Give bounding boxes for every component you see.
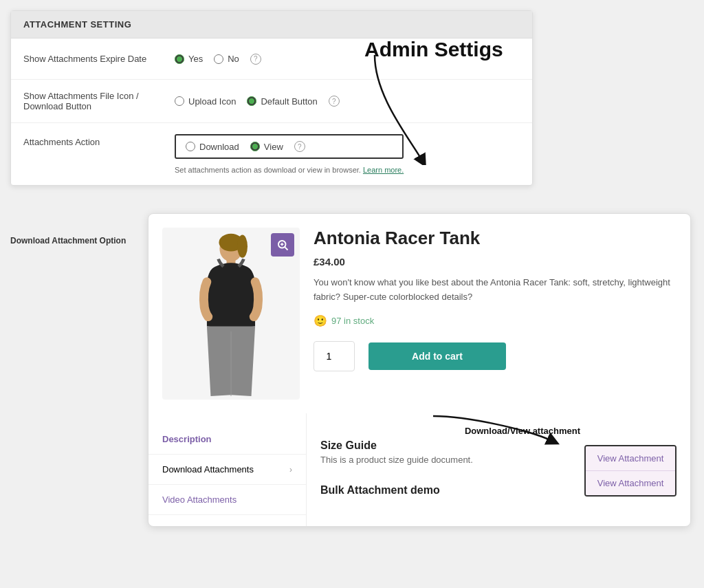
product-title: Antonia Racer Tank bbox=[314, 228, 676, 249]
attachment-item-2: Bulk Attachment demo bbox=[320, 484, 473, 499]
file-icon-row: Show Attachments File Icon / Download Bu… bbox=[11, 80, 532, 123]
chevron-right-icon: › bbox=[289, 465, 292, 475]
product-sidebar: Description Download Attachments › Video… bbox=[148, 413, 307, 526]
upload-icon-label: Upload Icon bbox=[188, 96, 236, 107]
download-view-annotation: Download/View attachment bbox=[465, 424, 580, 437]
product-attachments: Download/View attachment Size Guide This… bbox=[307, 413, 690, 526]
attachments-action-controls: Download View ? Set attachments action a… bbox=[175, 134, 404, 174]
download-radio-label: Download bbox=[199, 142, 239, 152]
download-view-box: Download View ? bbox=[175, 134, 404, 159]
svg-line-6 bbox=[285, 247, 287, 250]
svg-point-2 bbox=[237, 235, 248, 258]
product-panel: Antonia Racer Tank £34.00 You won't know… bbox=[148, 213, 691, 527]
admin-settings-annotation: Admin Settigs bbox=[364, 38, 503, 61]
attachments-list: Size Guide This is a product size guide … bbox=[320, 439, 676, 513]
tab-video-attachments[interactable]: Video Attachments bbox=[148, 485, 306, 515]
tab-description[interactable]: Description bbox=[148, 424, 306, 455]
file-icon-label: Show Attachments File Icon / Download Bu… bbox=[23, 91, 175, 111]
file-icon-controls: Upload Icon Default Button ? bbox=[175, 96, 340, 107]
attachment-title-1: Size Guide bbox=[320, 439, 473, 452]
expire-yes-label: Yes bbox=[188, 54, 203, 64]
product-details: Antonia Racer Tank £34.00 You won't know… bbox=[314, 228, 676, 400]
view-attachment-button-2[interactable]: View Attachment bbox=[586, 470, 675, 495]
upload-icon-radio[interactable]: Upload Icon bbox=[175, 96, 236, 107]
attachments-text-list: Size Guide This is a product size guide … bbox=[320, 439, 473, 513]
product-image-svg bbox=[176, 231, 286, 396]
expire-yes-radio[interactable]: Yes bbox=[175, 54, 203, 64]
product-image bbox=[162, 228, 300, 400]
zoom-icon bbox=[276, 239, 289, 251]
action-note-text: Set attachments action as download or vi… bbox=[175, 166, 361, 174]
attachment-title-2: Bulk Attachment demo bbox=[320, 484, 440, 497]
product-image-section bbox=[162, 228, 300, 400]
zoom-icon-button[interactable] bbox=[271, 233, 294, 257]
expire-help-icon[interactable]: ? bbox=[250, 54, 261, 65]
attachments-action-label: Attachments Action bbox=[23, 134, 175, 147]
expire-no-radio[interactable]: No bbox=[214, 54, 239, 64]
view-attachment-box: View Attachment View Attachment bbox=[584, 445, 676, 497]
download-radio[interactable]: Download bbox=[186, 142, 239, 152]
attachment-item-1: Size Guide This is a product size guide … bbox=[320, 439, 473, 465]
learn-more-link[interactable]: Learn more. bbox=[363, 166, 404, 174]
product-price: £34.00 bbox=[314, 256, 676, 268]
product-content: Antonia Racer Tank £34.00 You won't know… bbox=[148, 214, 690, 413]
tab-download-label: Download Attachments bbox=[162, 464, 254, 475]
view-radio-label: View bbox=[264, 142, 283, 152]
expire-yes-input[interactable] bbox=[175, 54, 184, 64]
tab-download-attachments[interactable]: Download Attachments › bbox=[148, 455, 306, 485]
download-view-label: Download/View attachment bbox=[465, 426, 580, 436]
expire-date-controls: Yes No ? bbox=[175, 54, 261, 65]
download-view-annotation-row: Download/View attachment bbox=[320, 424, 676, 437]
quantity-input[interactable] bbox=[314, 341, 355, 371]
default-button-radio[interactable]: Default Button bbox=[247, 96, 317, 107]
view-attachment-button-1[interactable]: View Attachment bbox=[586, 446, 675, 470]
view-radio[interactable]: View bbox=[250, 142, 283, 152]
action-help-icon[interactable]: ? bbox=[294, 141, 305, 152]
stock-info: 🙂 97 in stock bbox=[314, 314, 676, 327]
add-to-cart-button[interactable]: Add to cart bbox=[368, 342, 506, 370]
admin-settings-panel: ATTACHMENT SETTING Show Attachments Expi… bbox=[10, 10, 533, 186]
expire-no-label: No bbox=[228, 54, 239, 64]
upload-icon-input[interactable] bbox=[175, 96, 184, 106]
stock-text: 97 in stock bbox=[331, 316, 374, 326]
product-description: You won't know what you like best about … bbox=[314, 276, 676, 305]
admin-panel-header: ATTACHMENT SETTING bbox=[11, 11, 532, 39]
product-main-row: Description Download Attachments › Video… bbox=[148, 413, 690, 526]
default-button-label: Default Button bbox=[261, 96, 317, 107]
attachments-action-row: Attachments Action Download View ? Set a… bbox=[11, 123, 532, 185]
cart-row: Add to cart bbox=[314, 341, 676, 371]
action-note: Set attachments action as download or vi… bbox=[175, 166, 404, 174]
expire-date-label: Show Attachments Expire Date bbox=[23, 54, 175, 64]
expire-no-input[interactable] bbox=[214, 54, 223, 64]
stock-icon: 🙂 bbox=[314, 314, 327, 327]
attachment-desc-1: This is a product size guide document. bbox=[320, 455, 473, 465]
download-attachment-option-label: Download Attachment Option bbox=[10, 236, 144, 246]
view-radio-input[interactable] bbox=[250, 142, 260, 151]
download-radio-input[interactable] bbox=[186, 142, 195, 151]
default-button-input[interactable] bbox=[247, 96, 256, 106]
fileicon-help-icon[interactable]: ? bbox=[329, 96, 340, 107]
